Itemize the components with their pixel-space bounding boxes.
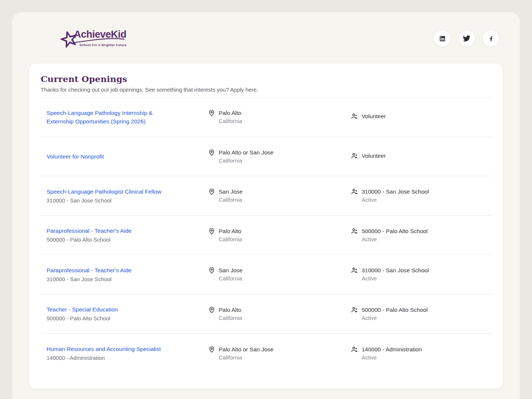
location-pin-icon <box>208 306 215 314</box>
job-state: California <box>219 274 243 282</box>
people-icon <box>351 188 358 195</box>
job-title-link[interactable]: Paraprofessional - Teacher's Aide <box>47 266 132 274</box>
location-pin-icon <box>208 267 215 274</box>
location-pin-icon <box>208 346 215 353</box>
people-badge <box>351 227 358 236</box>
location-pin <box>208 188 215 197</box>
job-status: Active <box>362 235 427 243</box>
job-title-cell: Volunteer for Nonprofit <box>41 152 208 161</box>
job-department-code: 500000 - Palo Alto School <box>47 314 208 322</box>
logo-tagline: School For A Brighter Future <box>79 43 127 47</box>
job-location-cell: Palo AltoCalifornia <box>208 306 351 322</box>
page-background: AchieveKids School For A Brighter Future <box>12 12 520 399</box>
job-row: Human Resources and Accounting Specialis… <box>41 334 491 373</box>
people-badge <box>351 266 358 276</box>
job-department-code: 140000 - Administration <box>47 354 208 362</box>
job-row: Volunteer for NonprofitPalo Alto or San … <box>41 137 491 177</box>
twitter-button[interactable] <box>458 30 475 47</box>
people-badge <box>351 152 358 161</box>
job-state: California <box>219 314 242 322</box>
people-icon <box>351 152 358 160</box>
job-state: California <box>219 354 273 361</box>
job-status: Active <box>362 314 427 322</box>
job-row: Teacher - Special Education500000 - Palo… <box>41 294 491 334</box>
people-icon <box>351 346 358 353</box>
page-title: Current Openings <box>41 74 491 84</box>
job-title-link[interactable]: Speech-Language Pathologist Clinical Fel… <box>47 187 161 196</box>
facebook-button[interactable] <box>482 30 500 47</box>
job-title-link[interactable]: Teacher - Special Education <box>47 305 118 314</box>
job-title-link[interactable]: Volunteer for Nonprofit <box>47 152 104 161</box>
twitter-icon <box>463 35 470 42</box>
job-department-cell: Volunteer <box>351 152 491 161</box>
location-pin-icon <box>208 109 215 117</box>
job-row: Paraprofessional - Teacher's Aide500000 … <box>41 216 491 255</box>
job-status: Active <box>362 354 422 361</box>
people-badge <box>351 112 358 122</box>
job-title-cell: Speech-Language Pathology Internship & E… <box>41 109 208 126</box>
job-department-code: 310000 - San Jose School <box>47 275 208 283</box>
job-state: California <box>219 157 273 164</box>
job-location-cell: Palo AltoCalifornia <box>208 109 351 125</box>
job-title-cell: Speech-Language Pathologist Clinical Fel… <box>41 187 208 204</box>
job-list: Speech-Language Pathology Internship & E… <box>41 98 491 373</box>
location-pin-icon <box>208 228 215 235</box>
job-city: Palo Alto <box>219 109 242 117</box>
job-city: San Jose <box>219 188 243 195</box>
job-department: 500000 - Palo Alto School <box>362 227 427 235</box>
job-location-cell: Palo Alto or San JoseCalifornia <box>208 345 351 361</box>
job-title-cell: Teacher - Special Education500000 - Palo… <box>41 305 208 322</box>
linkedin-icon <box>439 35 446 42</box>
job-row: Speech-Language Pathology Internship & E… <box>41 98 491 137</box>
job-status: Active <box>362 274 429 282</box>
job-department-cell: 140000 - AdministrationActive <box>351 345 491 361</box>
achievekids-logo[interactable]: AchieveKids School For A Brighter Future <box>60 25 127 51</box>
job-title-link[interactable]: Speech-Language Pathology Internship & E… <box>47 109 180 126</box>
job-location-cell: San JoseCalifornia <box>208 188 351 204</box>
top-bar: AchieveKids School For A Brighter Future <box>12 12 520 51</box>
job-department: 500000 - Palo Alto School <box>362 306 427 314</box>
job-department-cell: Volunteer <box>351 112 491 122</box>
people-badge <box>351 345 358 355</box>
job-department-code: 500000 - Palo Alto School <box>47 236 208 243</box>
linkedin-button[interactable] <box>433 30 451 47</box>
job-city: Palo Alto <box>219 227 242 235</box>
people-icon <box>351 267 358 274</box>
job-state: California <box>219 235 242 243</box>
job-row: Paraprofessional - Teacher's Aide310000 … <box>41 255 491 294</box>
location-pin <box>208 149 215 158</box>
location-pin-icon <box>208 188 215 195</box>
job-title-link[interactable]: Human Resources and Accounting Specialis… <box>47 345 161 353</box>
location-pin-icon <box>208 149 215 156</box>
social-links <box>433 30 500 47</box>
job-city: San Jose <box>219 266 243 274</box>
job-row: Speech-Language Pathologist Clinical Fel… <box>41 176 491 216</box>
job-department-code: 310000 - San Jose School <box>47 197 208 204</box>
openings-card: Current Openings Thanks for checking out… <box>29 64 503 389</box>
job-title-link[interactable]: Paraprofessional - Teacher's Aide <box>47 226 132 235</box>
job-location-cell: San JoseCalifornia <box>208 266 351 282</box>
logo-wordmark: AchieveKids <box>74 29 127 40</box>
achievekids-logo-graphic: AchieveKids School For A Brighter Future <box>60 25 127 50</box>
job-title-cell: Human Resources and Accounting Specialis… <box>41 345 208 362</box>
location-pin <box>208 345 215 355</box>
job-state: California <box>219 117 242 125</box>
job-department: Volunteer <box>362 112 386 120</box>
location-pin <box>208 227 215 236</box>
job-city: Palo Alto or San Jose <box>219 345 273 353</box>
people-badge <box>351 306 358 315</box>
job-state: California <box>219 196 243 204</box>
people-icon <box>351 306 358 314</box>
job-department-cell: 310000 - San Jose SchoolActive <box>351 266 491 282</box>
job-department: Volunteer <box>362 152 386 160</box>
job-department-cell: 500000 - Palo Alto SchoolActive <box>351 227 491 243</box>
openings-header: Current Openings Thanks for checking out… <box>41 74 491 98</box>
page-subtitle: Thanks for checking out our job openings… <box>41 86 491 93</box>
people-icon <box>351 228 358 235</box>
people-badge <box>351 188 358 197</box>
job-location-cell: Palo AltoCalifornia <box>208 227 351 243</box>
job-department: 310000 - San Jose School <box>362 188 429 195</box>
job-city: Palo Alto <box>219 306 242 314</box>
job-department-cell: 500000 - Palo Alto SchoolActive <box>351 306 491 322</box>
job-title-cell: Paraprofessional - Teacher's Aide500000 … <box>41 226 208 243</box>
